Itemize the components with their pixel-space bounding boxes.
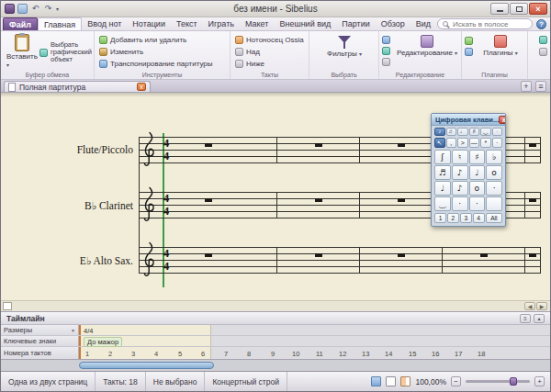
time-signature[interactable]: 44 [161,192,172,218]
edit-tool-icon[interactable] [382,58,390,66]
tab-view[interactable]: Вид [410,17,436,30]
filters-button[interactable]: Фильтры ▾ [326,36,363,58]
keypad-key-natural[interactable]: ♮ [452,150,468,164]
keypad-tab-articulations[interactable]: ♯ [469,128,480,136]
tab-notations[interactable]: Нотации [127,17,171,30]
keypad-key-dot3[interactable]: · [469,196,486,211]
whole-rest[interactable] [315,253,322,257]
keypad-key-quarter[interactable]: ♩ [469,165,486,180]
keypad-function-button[interactable]: * [480,138,491,148]
whole-rest[interactable] [529,253,536,257]
tab-play[interactable]: Играть [203,17,240,30]
staff-alto-sax[interactable]: 44 [139,247,541,274]
whole-rest[interactable] [529,143,536,147]
tab-note-input[interactable]: Ввод нот [82,17,127,30]
tab-appearance[interactable]: Внешний вид [274,17,336,30]
instrument-name[interactable]: Flute/Piccolo [28,144,133,155]
whole-rest[interactable] [205,253,212,257]
voice-2-button[interactable]: 2 [447,213,459,223]
edit-tool-icon[interactable] [382,36,390,44]
minimize-button[interactable] [490,3,509,15]
ribbon-collapse-icon[interactable] [539,48,547,56]
timeline-collapse-icon[interactable]: ▴ [534,314,545,323]
keypad-pointer-button[interactable]: ↖ [434,138,445,148]
keypad-close-icon[interactable]: x [499,116,505,124]
paste-button[interactable]: Вставить ▾ [6,34,38,69]
horizontal-scrollbar[interactable]: ◀ ▶ [1,300,550,311]
keypad-tab-jazz[interactable]: ‿ [480,128,491,136]
sibelius-app-icon[interactable] [5,4,15,14]
instrument-name[interactable]: B♭ Clarinet [28,199,133,212]
status-concert-pitch-toggle[interactable]: Концертный строй [205,372,287,391]
save-icon[interactable] [17,4,28,14]
tab-home[interactable]: Главная [38,17,82,30]
timeline-options-icon[interactable]: ≡ [520,314,531,323]
tab-review[interactable]: Обзор [376,17,410,30]
whole-rest[interactable] [315,143,322,147]
score-canvas[interactable]: Flute/Piccolo B♭ Clarinet E♭ Alto Sax. 4… [1,93,550,311]
keypad-key-quarter2[interactable]: ♩ [434,181,451,196]
time-signature[interactable]: 44 [161,247,172,273]
page-flip-icon[interactable] [3,302,12,310]
document-tab-full-score[interactable]: Полная партитура x [4,81,151,92]
whole-rest[interactable] [205,198,212,202]
help-icon[interactable]: ? [536,19,546,29]
whole-rest[interactable] [315,198,322,202]
scroll-right-icon[interactable]: ▶ [536,302,547,310]
instrument-name[interactable]: E♭ Alto Sax. [28,254,133,267]
edit-tool-icon[interactable] [382,47,390,55]
page-spread-view-icon[interactable] [400,376,410,386]
whole-rest[interactable] [398,253,405,257]
keypad-key-sixteenth[interactable]: ♬ [434,165,451,180]
edit-button[interactable]: Редактирование ▾ [394,35,460,57]
plugins-button[interactable]: Плагины ▾ [477,35,524,57]
keypad-key-rest[interactable]: ʃ [434,150,451,164]
keypad-tenuto-button[interactable]: — [469,138,480,148]
voice-3-button[interactable]: 3 [460,213,472,223]
timeline-scroll-thumb[interactable] [79,362,214,369]
single-page-view-icon[interactable] [386,376,396,386]
keypad-tab-common-notes[interactable]: ♪ [434,128,445,136]
keypad-tab-accidentals[interactable]: · [492,128,503,136]
ossia-staff-button[interactable]: Нотоносец Ossia [235,34,304,45]
add-remove-instruments-button[interactable]: Добавить или удалить [99,34,186,45]
tab-close-icon[interactable]: x [137,83,146,91]
voice-all-button[interactable]: All [486,213,502,223]
ribbon-extra-icon[interactable] [539,36,547,44]
whole-rest[interactable] [205,143,212,147]
tab-parts[interactable]: Партии [336,17,375,30]
timeline-row-bar-numbers[interactable]: Номера тактов 1 2 3 4 5 6 7 8 9 10 11 12… [1,347,550,360]
whole-rest[interactable] [529,198,536,202]
search-input[interactable] [451,19,527,29]
ossia-below-button[interactable]: Ниже [235,58,264,69]
ribbon-search[interactable] [437,18,533,29]
whole-rest[interactable] [398,198,405,202]
ossia-above-button[interactable]: Над [235,46,260,57]
close-button[interactable]: × [529,3,547,15]
timeline-scrollbar[interactable] [1,359,550,371]
keypad-key-eighth2[interactable]: ♪ [452,181,468,196]
qat-dropdown-icon[interactable]: ▾ [56,6,59,12]
zoom-out-button[interactable]: − [451,376,461,386]
keypad-function-button[interactable]: , [446,138,457,148]
timeline-row-key-signatures[interactable]: Ключевые знаки До мажор [1,336,550,347]
zoom-slider[interactable] [466,380,530,383]
keypad-key-dot2[interactable]: · [452,196,468,211]
keypad-key-half[interactable]: o [486,165,502,180]
tab-list-button[interactable]: ≡ [535,81,546,92]
zoom-slider-thumb[interactable] [510,377,517,386]
keypad-window[interactable]: Цифровая клави... x ♪ ♬ ♩ ♯ ‿ · ↖ , > — … [431,113,506,227]
timeline-header[interactable]: Таймлайн ≡ ▴ [1,312,550,325]
plugin-tool-icon[interactable] [465,48,473,56]
keypad-tab-more-notes[interactable]: ♬ [446,128,457,136]
select-graphic-button[interactable]: Выбрать графический объект [39,40,93,64]
row-filter-icon[interactable]: ▼ [71,328,75,333]
keypad-key-flat[interactable]: ♭ [486,150,502,164]
scroll-left-icon[interactable]: ◀ [524,302,535,310]
whole-rest[interactable] [398,143,405,147]
timeline-row-time-signatures[interactable]: Размеры▼ 4/4 [1,325,550,336]
redo-icon[interactable]: ↷ [43,4,53,14]
voice-1-button[interactable]: 1 [434,213,446,223]
keypad-key-blank[interactable] [486,196,502,211]
undo-icon[interactable]: ↶ [30,4,40,14]
